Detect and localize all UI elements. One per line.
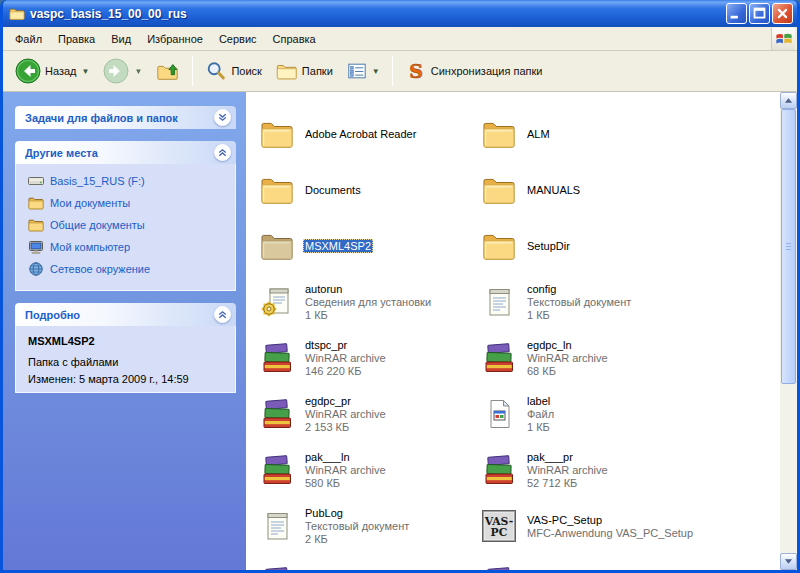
file-detail-line: Текстовый документ — [525, 296, 633, 309]
place-label: Общие документы — [50, 219, 145, 231]
folders-button[interactable]: Папки — [270, 55, 339, 87]
file-item[interactable]: egdpc_ln WinRAR archive68 КБ — [482, 330, 780, 386]
file-detail-line: 1 КБ — [525, 421, 556, 434]
back-button[interactable]: Назад ▼ — [9, 53, 95, 89]
minimize-button[interactable] — [726, 3, 747, 24]
menu-item[interactable]: Файл — [7, 27, 50, 50]
file-item[interactable]: vaspclng — [482, 554, 780, 570]
file-name: egdpc_ln — [525, 338, 574, 352]
place-label: Мой компьютер — [50, 241, 130, 253]
back-icon — [15, 58, 41, 84]
chevron-up-icon[interactable] — [214, 306, 231, 323]
task-pane: Задачи для файлов и папок Другие места — [3, 92, 246, 570]
menu-items: Файл Правка Вид Избранное Сервис Справка — [7, 27, 324, 50]
file-item[interactable]: Adobe Acrobat Reader — [260, 106, 482, 162]
selected-item-modified: Изменен: 5 марта 2009 г., 14:59 — [28, 373, 227, 385]
place-label: Basis_15_RUS (F:) — [50, 175, 145, 187]
vertical-scrollbar[interactable] — [780, 92, 797, 570]
place-link[interactable]: Общие документы — [28, 217, 227, 233]
menu-item[interactable]: Избранное — [139, 27, 211, 50]
file-item[interactable]: config Текстовый документ1 КБ — [482, 274, 780, 330]
file-item[interactable]: label Файл1 КБ — [482, 386, 780, 442]
file-detail-line: 1 КБ — [525, 309, 633, 322]
sync-label: Синхронизация папки — [431, 65, 543, 77]
views-dropdown-icon: ▼ — [372, 67, 380, 76]
toolbar-separator — [192, 56, 193, 86]
panel-details-header[interactable]: Подробно — [15, 303, 236, 326]
views-button[interactable]: ▼ — [341, 56, 386, 86]
selected-item-name: MSXML4SP2 — [28, 335, 227, 347]
winrar-icon — [482, 454, 516, 486]
panel-details: Подробно MSXML4SP2 Папка с файлами Измен… — [15, 303, 236, 393]
folder-icon — [260, 174, 294, 206]
search-button[interactable]: Поиск — [199, 55, 267, 87]
network-icon — [28, 261, 44, 277]
file-item[interactable]: pak___ln WinRAR archive580 КБ — [260, 442, 482, 498]
selected-item-type: Папка с файлами — [28, 356, 227, 368]
file-detail-line: WinRAR archive — [525, 464, 610, 477]
file-item[interactable]: autorun Сведения для установки1 КБ — [260, 274, 482, 330]
file-item[interactable]: egdpc_pr WinRAR archive2 153 КБ — [260, 386, 482, 442]
search-label: Поиск — [231, 65, 261, 77]
forward-icon — [103, 58, 129, 84]
place-link[interactable]: Сетевое окружение — [28, 261, 227, 277]
toolbar-separator — [392, 56, 393, 86]
menu-item[interactable]: Вид — [103, 27, 139, 50]
drive-icon — [28, 173, 44, 189]
file-item[interactable]: vaspcdat — [260, 554, 482, 570]
scrollbar-track[interactable] — [780, 109, 797, 553]
file-name: dtspc_pr — [303, 338, 349, 352]
scrollbar-thumb[interactable] — [781, 109, 796, 384]
menu-item[interactable]: Справка — [265, 27, 324, 50]
folders-label: Папки — [302, 65, 333, 77]
back-dropdown-icon: ▼ — [82, 67, 90, 76]
file-item[interactable]: MANUALS — [482, 162, 780, 218]
svg-text:S: S — [409, 60, 423, 82]
file-name: SetupDir — [525, 239, 572, 253]
chevron-up-icon[interactable] — [214, 144, 231, 161]
file-name: VAS-PC_Setup — [525, 513, 604, 527]
file-name: egdpc_pr — [303, 394, 353, 408]
titlebar[interactable]: vaspc_basis_15_00_00_rus — [3, 0, 797, 27]
folders-icon — [276, 60, 298, 82]
file-item[interactable]: pak___pr WinRAR archive52 712 КБ — [482, 442, 780, 498]
close-button[interactable] — [772, 3, 793, 24]
place-link[interactable]: Basis_15_RUS (F:) — [28, 173, 227, 189]
file-detail-line: WinRAR archive — [303, 464, 388, 477]
file-name: pak___ln — [303, 450, 352, 464]
file-item[interactable]: Documents — [260, 162, 482, 218]
winrar-icon — [260, 566, 294, 570]
panel-file-tasks-header[interactable]: Задачи для файлов и папок — [15, 106, 236, 129]
file-name: label — [525, 394, 552, 408]
forward-button[interactable]: ▼ — [97, 53, 148, 89]
window-title: vaspc_basis_15_00_00_rus — [30, 7, 721, 21]
scroll-down-button[interactable] — [780, 553, 797, 570]
file-detail-line: 146 220 КБ — [303, 365, 388, 378]
file-item[interactable]: VAS-PC VAS-PC_Setup MFC-Anwendung VAS_PC… — [482, 498, 780, 554]
winrar-icon — [260, 342, 294, 374]
file-item[interactable]: SetupDir — [482, 218, 780, 274]
menu-item[interactable]: Правка — [50, 27, 103, 50]
my-documents-icon — [28, 195, 44, 211]
place-link[interactable]: Мой компьютер — [28, 239, 227, 255]
file-item[interactable]: MSXML4SP2 — [260, 218, 482, 274]
sync-button[interactable]: S Синхронизация папки — [399, 55, 549, 87]
file-item[interactable]: ALM — [482, 106, 780, 162]
menu-item[interactable]: Сервис — [211, 27, 265, 50]
panel-title: Задачи для файлов и папок — [25, 112, 214, 124]
file-detail-line: 580 КБ — [303, 477, 388, 490]
file-item[interactable]: dtspc_pr WinRAR archive146 220 КБ — [260, 330, 482, 386]
folder-icon — [482, 174, 516, 206]
up-button[interactable] — [150, 54, 186, 88]
file-list-area: Adobe Acrobat Reader ALM — [246, 92, 780, 570]
place-link[interactable]: Мои документы — [28, 195, 227, 211]
panel-other-places-header[interactable]: Другие места — [15, 141, 236, 164]
vaspc-app-icon: VAS-PC — [482, 510, 516, 542]
file-item[interactable]: PubLog Текстовый документ2 КБ — [260, 498, 482, 554]
up-folder-icon — [156, 59, 180, 83]
text-doc-icon — [482, 286, 516, 318]
chevron-down-icon[interactable] — [214, 109, 231, 126]
maximize-button[interactable] — [749, 3, 770, 24]
file-detail-line: Файл — [525, 408, 556, 421]
scroll-up-button[interactable] — [780, 92, 797, 109]
